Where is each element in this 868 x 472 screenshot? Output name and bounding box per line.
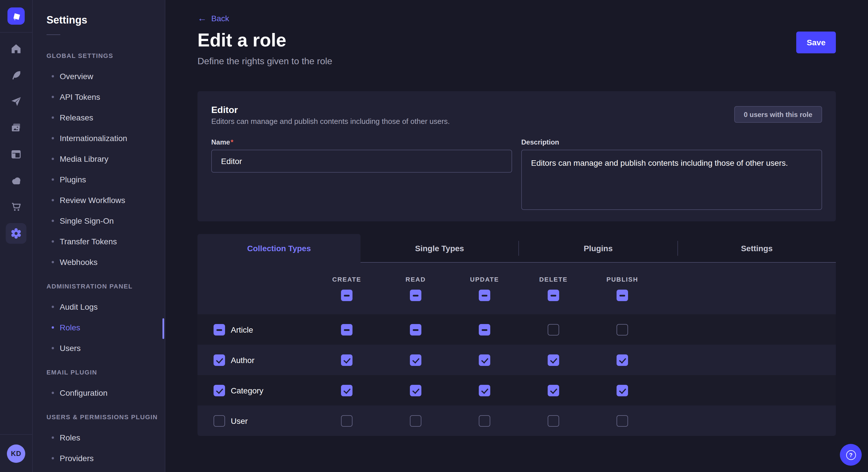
checkbox-article-delete[interactable] [548, 324, 559, 335]
checkbox-article-update[interactable] [479, 324, 490, 335]
sidebar-item-configuration[interactable]: Configuration [33, 382, 165, 403]
checkbox-category-delete[interactable] [548, 384, 559, 396]
sidebar-item-internationalization[interactable]: Internationalization [33, 128, 165, 148]
checkbox-article-create[interactable] [341, 324, 352, 335]
layout-icon[interactable] [0, 141, 32, 167]
sidebar-item-webhooks[interactable]: Webhooks [33, 252, 165, 272]
sidebar-item-single-sign-on[interactable]: Single Sign-On [33, 210, 165, 231]
section-email-plugin: EMAIL PLUGIN Configuration [33, 367, 165, 403]
tab-collection-types[interactable]: Collection Types [197, 234, 361, 263]
checkbox-user-publish[interactable] [617, 415, 628, 427]
section-label: EMAIL PLUGIN [46, 367, 165, 378]
sidebar-item-transfer-tokens[interactable]: Transfer Tokens [33, 231, 165, 252]
row-label-category: Category [197, 384, 312, 396]
send-icon[interactable] [0, 88, 32, 115]
users-count-badge[interactable]: 0 users with this role [734, 106, 822, 123]
arrow-left-icon: ← [197, 14, 207, 23]
checkbox-article-read[interactable] [410, 324, 422, 335]
sidebar-item-label: Single Sign-On [60, 216, 114, 225]
checkbox-user-read[interactable] [410, 415, 422, 427]
row-label-user: User [197, 415, 312, 427]
cart-icon[interactable] [0, 194, 32, 220]
tab-settings[interactable]: Settings [678, 234, 836, 262]
checkbox-category-create[interactable] [341, 384, 352, 396]
app-window: KD Settings GLOBAL SETTINGS Overview API… [0, 0, 868, 472]
checkbox-category-read[interactable] [410, 384, 422, 396]
bullet-icon [52, 347, 54, 349]
checkbox-author-delete[interactable] [548, 354, 559, 366]
bullet-icon [52, 158, 54, 160]
checkbox-article-all[interactable] [214, 324, 225, 335]
name-label: Name* [211, 138, 512, 146]
select-all-publish-checkbox[interactable] [617, 290, 628, 301]
select-all-update-checkbox[interactable] [479, 290, 490, 301]
sidebar-item-label: Audit Logs [60, 302, 98, 311]
media-icon[interactable] [0, 115, 32, 141]
checkbox-author-update[interactable] [479, 354, 490, 366]
back-link[interactable]: ← Back [197, 14, 229, 23]
sidebar-item-overview[interactable]: Overview [33, 66, 165, 87]
checkbox-user-delete[interactable] [548, 415, 559, 427]
bullet-icon [52, 75, 54, 77]
sidebar-item-users[interactable]: Users [33, 338, 165, 359]
settings-sidebar: Settings GLOBAL SETTINGS Overview API To… [33, 0, 165, 472]
checkbox-category-publish[interactable] [617, 384, 628, 396]
sidebar-item-label: Transfer Tokens [60, 237, 117, 246]
checkbox-user-all[interactable] [214, 415, 225, 427]
section-users-permissions-plugin: USERS & PERMISSIONS PLUGIN Roles Provide… [33, 411, 165, 469]
feather-icon[interactable] [0, 62, 32, 88]
name-input[interactable] [211, 150, 512, 173]
column-create-label: CREATE [332, 276, 361, 283]
bullet-icon [52, 199, 54, 201]
page-title: Edit a role [197, 30, 286, 51]
checkbox-author-all[interactable] [214, 354, 225, 366]
checkbox-author-read[interactable] [410, 354, 422, 366]
sidebar-item-label: API Tokens [60, 92, 100, 102]
section-label: ADMINISTRATION PANEL [46, 280, 165, 292]
checkbox-author-create[interactable] [341, 354, 352, 366]
checkbox-author-publish[interactable] [617, 354, 628, 366]
role-card: Editor Editors can manage and publish co… [197, 91, 836, 222]
role-fields: Name* Description Editors can manage and… [211, 138, 822, 212]
sidebar-item-label: Roles [60, 323, 81, 332]
sidebar-item-roles-admin[interactable]: Roles [33, 317, 165, 338]
tab-single-types[interactable]: Single Types [361, 234, 519, 262]
main-nav-rail: KD [0, 0, 33, 472]
column-read-label: READ [406, 276, 426, 283]
help-button[interactable] [840, 444, 862, 466]
checkbox-category-update[interactable] [479, 384, 490, 396]
sidebar-item-review-workflows[interactable]: Review Workflows [33, 190, 165, 210]
checkbox-user-update[interactable] [479, 415, 490, 427]
bullet-icon [52, 436, 54, 439]
bullet-icon [52, 178, 54, 181]
select-all-create-checkbox[interactable] [341, 290, 352, 301]
description-label: Description [521, 138, 822, 146]
checkbox-user-create[interactable] [341, 415, 352, 427]
sidebar-item-audit-logs[interactable]: Audit Logs [33, 297, 165, 317]
gear-icon[interactable] [0, 220, 32, 247]
checkbox-article-publish[interactable] [617, 324, 628, 335]
row-title: User [231, 416, 248, 425]
sidebar-scrollbar-thumb[interactable] [162, 318, 164, 339]
sidebar-item-api-tokens[interactable]: API Tokens [33, 87, 165, 107]
sidebar-item-roles-up[interactable]: Roles [33, 427, 165, 448]
sidebar-item-label: Media Library [60, 154, 108, 164]
row-label-article: Article [197, 324, 312, 335]
select-all-read-checkbox[interactable] [410, 290, 422, 301]
description-textarea[interactable]: Editors can manage and publish contents … [521, 150, 822, 210]
avatar[interactable]: KD [7, 444, 25, 463]
checkbox-category-all[interactable] [214, 384, 225, 396]
cloud-icon[interactable] [0, 167, 32, 194]
sidebar-item-providers[interactable]: Providers [33, 448, 165, 469]
home-icon[interactable] [0, 36, 32, 62]
sidebar-item-plugins[interactable]: Plugins [33, 169, 165, 190]
page-subtitle: Define the rights given to the role [197, 56, 332, 67]
sidebar-item-media-library[interactable]: Media Library [33, 148, 165, 169]
sidebar-item-releases[interactable]: Releases [33, 107, 165, 128]
sidebar-title-divider [46, 34, 60, 35]
logo-wrap [0, 0, 32, 33]
tab-plugins[interactable]: Plugins [519, 234, 677, 262]
strapi-logo[interactable] [7, 7, 25, 25]
save-button[interactable]: Save [797, 32, 836, 53]
select-all-delete-checkbox[interactable] [548, 290, 559, 301]
